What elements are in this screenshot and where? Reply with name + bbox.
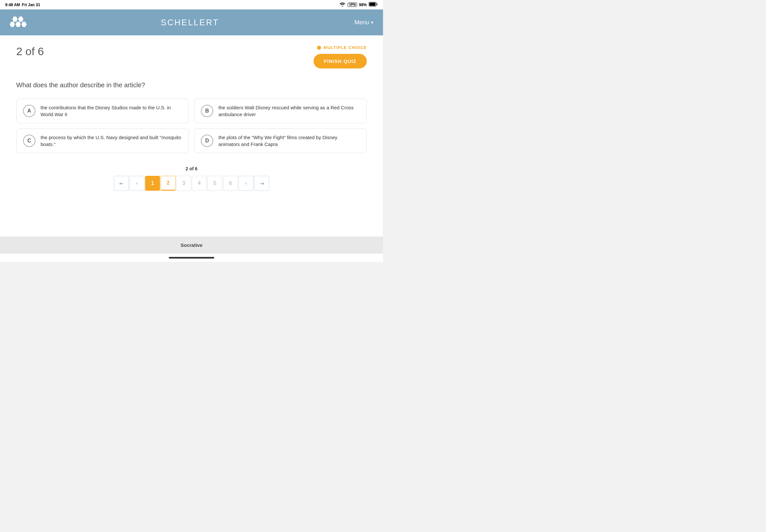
- date: Fri Jan 31: [22, 3, 40, 7]
- footer-label: Socrative: [180, 242, 202, 248]
- svg-rect-1: [369, 3, 375, 6]
- page-1-button[interactable]: 1: [145, 176, 160, 191]
- page-next-button[interactable]: ›: [238, 176, 253, 191]
- multiple-choice-badge: MULTIPLE CHOICE: [317, 45, 367, 50]
- time: 9:48 AM: [5, 3, 20, 7]
- app-title: SCHELLERT: [25, 18, 354, 28]
- badge-dot: [317, 46, 321, 50]
- quiz-header-right: MULTIPLE CHOICE FINISH QUIZ: [313, 45, 367, 68]
- question-text: What does the author describe in the art…: [16, 81, 367, 89]
- app-logo: [10, 17, 25, 28]
- answer-letter-d: D: [201, 135, 213, 147]
- answer-option-a[interactable]: A the contributions that the Disney Stud…: [16, 99, 189, 123]
- menu-button[interactable]: Menu ▾: [354, 19, 373, 26]
- finish-quiz-button[interactable]: FINISH QUIZ: [313, 54, 367, 68]
- status-bar-right: VPN 98%: [339, 2, 378, 7]
- hex-dot-4: [16, 22, 21, 27]
- status-bar-left: 9:48 AM Fri Jan 31: [5, 3, 40, 7]
- hex-dot-2: [18, 17, 23, 22]
- quiz-progress: 2 of 6: [16, 45, 44, 58]
- status-bar: 9:48 AM Fri Jan 31 VPN 98%: [0, 0, 383, 9]
- page-last-button[interactable]: ⇥: [254, 176, 269, 191]
- hex-logo-icon: [10, 17, 25, 28]
- page-prev-button[interactable]: ‹: [129, 176, 144, 191]
- badge-label: MULTIPLE CHOICE: [323, 45, 367, 50]
- quiz-header: 2 of 6 MULTIPLE CHOICE FINISH QUIZ: [16, 45, 367, 68]
- answer-option-d[interactable]: D the plots of the "Why We Fight" films …: [194, 128, 367, 153]
- wifi-icon: [339, 2, 346, 7]
- hex-dot-3: [10, 22, 15, 27]
- answer-letter-b: B: [201, 105, 213, 117]
- answers-grid: A the contributions that the Disney Stud…: [16, 99, 367, 153]
- answer-text-d: the plots of the "Why We Fight" films cr…: [218, 134, 360, 148]
- battery-icon: [369, 2, 378, 7]
- home-indicator: [0, 254, 383, 262]
- page-3-button[interactable]: 3: [176, 176, 191, 191]
- page-first-button[interactable]: ⇤: [114, 176, 129, 191]
- page-5-button[interactable]: 5: [207, 176, 222, 191]
- menu-label: Menu: [354, 19, 369, 26]
- answer-letter-a: A: [23, 105, 35, 117]
- app-header: SCHELLERT Menu ▾: [0, 9, 383, 35]
- hex-dot-1: [12, 17, 18, 22]
- footer: Socrative: [0, 236, 383, 254]
- chevron-down-icon: ▾: [371, 20, 373, 25]
- pagination-controls: ⇤ ‹ 1 2 3 4 5 6 › ⇥: [114, 176, 269, 191]
- answer-text-c: the process by which the U.S. Navy desig…: [41, 134, 182, 148]
- vpn-badge: VPN: [347, 3, 357, 7]
- pagination-section: 2 of 6 ⇤ ‹ 1 2 3 4 5 6 › ⇥: [16, 166, 367, 191]
- page-4-button[interactable]: 4: [192, 176, 207, 191]
- page-6-button[interactable]: 6: [223, 176, 238, 191]
- answer-letter-c: C: [23, 135, 35, 147]
- answer-text-a: the contributions that the Disney Studio…: [41, 104, 182, 118]
- main-content: 2 of 6 MULTIPLE CHOICE FINISH QUIZ What …: [0, 35, 383, 236]
- home-bar: [169, 257, 214, 259]
- answer-option-c[interactable]: C the process by which the U.S. Navy des…: [16, 128, 189, 153]
- answer-option-b[interactable]: B the soldiers Walt Disney rescued while…: [194, 99, 367, 123]
- page-2-button[interactable]: 2: [161, 176, 176, 191]
- answer-text-b: the soldiers Walt Disney rescued while s…: [218, 104, 360, 118]
- battery-level: 98%: [359, 3, 367, 7]
- pagination-label: 2 of 6: [186, 166, 198, 171]
